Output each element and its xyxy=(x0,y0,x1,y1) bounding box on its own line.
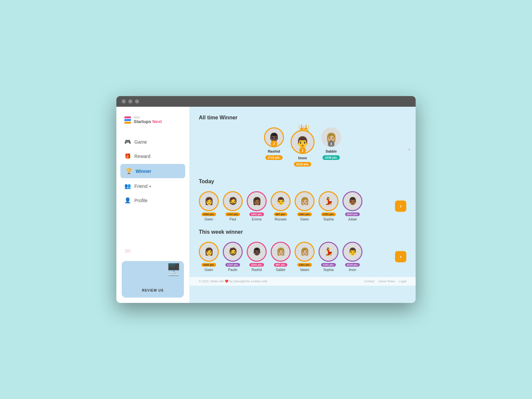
today-player-3: 👨 967 pts. Rezwan xyxy=(271,191,291,221)
podium-rank2: 👨🏿 2 Rashid 1719 pts. xyxy=(264,127,284,160)
footer-game-rules[interactable]: Game Rules xyxy=(378,280,395,283)
rank-badge-3: 3 xyxy=(328,141,334,147)
week-avatar-sophia: 💃 xyxy=(319,242,338,262)
week-winner-title: This week winner xyxy=(199,229,406,235)
review-illustration: 🖥️ xyxy=(166,262,181,276)
podium-name-sabbir: Sabbir xyxy=(326,149,337,153)
week-name-rashid: Rashid xyxy=(251,268,262,272)
browser-dot-green xyxy=(135,99,139,103)
browser-dot-yellow xyxy=(128,99,132,103)
footer-legal[interactable]: Legal xyxy=(399,280,406,283)
today-name-emma: Emma xyxy=(252,217,262,221)
review-card-label: REVIEW US xyxy=(142,289,164,292)
week-name-gwen: Gwen xyxy=(204,268,213,272)
friend-icon: 👥 xyxy=(124,183,130,189)
footer-contact[interactable]: Contact xyxy=(364,280,374,283)
main-content: All time Winner 👑 👨🏿 2 Rashid 1719 pts. xyxy=(190,107,416,303)
sidebar-item-winner-label: Winner xyxy=(136,169,151,174)
deco-arrows-icon: ››› xyxy=(124,245,130,255)
week-pts-rashid: 1241 pts. xyxy=(249,263,264,267)
logo-brand: Startups Next xyxy=(134,119,162,124)
sidebar-nav: 🎮 Game 🎁 Reward 🏆 Winner 👥 Friend + xyxy=(116,132,189,242)
week-player-0: 👩 1932 pts. Gwen xyxy=(199,242,219,272)
today-avatar-sophia: 💃 xyxy=(319,191,338,211)
week-avatar-paulin: 🧔 xyxy=(223,242,243,262)
rank-badge-1: 1 xyxy=(299,147,306,154)
today-name-jubair: Jubair xyxy=(348,217,357,221)
today-pts-sophia: 1151 pts. xyxy=(321,212,336,216)
sidebar-item-winner[interactable]: 🏆 Winner xyxy=(120,164,185,178)
week-player-4: 👩🏼 1261 pts. Vatani xyxy=(295,242,315,272)
podium-name-imon: Imon xyxy=(298,156,307,160)
today-name-gwen: Gwen xyxy=(204,217,213,221)
week-player-6: 👨 2219 pts. Imon xyxy=(342,242,362,272)
today-avatar-jubair: 👨🏾 xyxy=(342,191,362,211)
today-player-2: 👩🏾 1241 pts. Emma xyxy=(247,191,267,221)
reward-icon: 🎁 xyxy=(124,153,130,159)
podium-points-rashid: 1719 pts. xyxy=(265,155,283,160)
week-player-2: 👨🏿 1241 pts. Rashid xyxy=(247,242,267,272)
week-avatar-gwen: 👩 xyxy=(199,242,219,262)
today-name-rezwan: Rezwan xyxy=(275,217,287,221)
logo: NSU Startups Next xyxy=(116,107,189,132)
today-avatar-paul: 🧔 xyxy=(223,191,243,211)
footer: © 2020. Made with ❤️ by Dainsight for a … xyxy=(190,277,416,286)
browser-dot-red xyxy=(122,99,126,103)
review-card[interactable]: 🖥️ REVIEW US xyxy=(122,261,184,298)
today-avatar-rezwan: 👨 xyxy=(271,191,291,211)
week-player-5: 💃 1151 pts. Sophia xyxy=(319,242,338,272)
today-title: Today xyxy=(199,179,406,185)
today-player-6: 👨🏾 2219 pts. Jubair xyxy=(342,191,362,221)
week-pts-imon: 2219 pts. xyxy=(345,263,360,267)
today-next-button[interactable]: › xyxy=(395,200,406,212)
footer-links: Contact Game Rules Legal xyxy=(364,280,406,283)
podium-next-arrows[interactable]: ››› xyxy=(408,146,409,153)
sidebar-item-profile-label: Profile xyxy=(134,198,148,203)
browser-toolbar xyxy=(116,96,416,107)
podium-name-rashid: Rashid xyxy=(268,149,280,153)
podium-rank1: 👨 1 Imon 2219 pts. xyxy=(291,130,315,167)
week-avatar-imon: 👨 xyxy=(342,242,362,262)
today-player-0: 👩 1932 pts. Gwen xyxy=(199,191,219,221)
week-next-button[interactable]: › xyxy=(395,251,406,262)
sidebar-bottom: 🖥️ REVIEW US xyxy=(116,256,189,303)
sidebar-item-friend[interactable]: 👥 Friend + xyxy=(116,179,189,193)
week-avatars-row: 👩 1932 pts. Gwen 🧔 1147 pts. Paulin xyxy=(199,242,362,272)
sidebar-item-friend-label: Friend + xyxy=(134,184,152,189)
winner-icon: 🏆 xyxy=(126,168,132,174)
week-name-paulin: Paulin xyxy=(228,268,237,272)
logo-next: Next xyxy=(152,119,162,124)
podium-rank3: 👩🏼 3 Sabbir 1539 pts. xyxy=(321,127,341,160)
game-icon: 🎮 xyxy=(124,139,130,145)
today-name-sophia: Sophia xyxy=(323,217,333,221)
today-pts-rezwan: 967 pts. xyxy=(274,212,287,216)
week-avatar-vatani: 👩🏼 xyxy=(295,242,315,262)
today-pts-gwen: 1932 pts. xyxy=(201,212,216,216)
footer-copyright: © 2020. Made with ❤️ by Dainsight for a … xyxy=(199,280,268,283)
all-time-winner-section: All time Winner 👑 👨🏿 2 Rashid 1719 pts. xyxy=(190,107,416,176)
week-player-3: 👩🏼 967 pts. Sabbir xyxy=(271,242,291,272)
today-name-gwen2: Gwen xyxy=(300,217,309,221)
sidebar-item-game-label: Game xyxy=(134,139,147,145)
week-pts-paulin: 1147 pts. xyxy=(225,263,240,267)
podium-points-sabbir: 1539 pts. xyxy=(323,155,340,160)
logo-bar-pink xyxy=(124,116,131,118)
sidebar-item-reward[interactable]: 🎁 Reward xyxy=(116,149,189,163)
today-pts-jubair: 2219 pts. xyxy=(345,212,360,216)
week-avatar-sabbir: 👩🏼 xyxy=(271,242,291,262)
sidebar-item-profile[interactable]: 👤 Profile xyxy=(116,193,189,207)
today-pts-gwen2: 1261 pts. xyxy=(297,212,312,216)
week-pts-sophia: 1151 pts. xyxy=(321,263,336,267)
podium-points-imon: 2219 pts. xyxy=(294,162,312,167)
week-name-imon: Imon xyxy=(349,268,356,272)
avatar-sabbir: 👩🏼 3 xyxy=(321,127,341,147)
sidebar-decoration: ››› xyxy=(116,242,189,256)
sidebar: NSU Startups Next 🎮 Game 🎁 Reward xyxy=(116,107,190,303)
avatar-imon: 👨 1 xyxy=(291,130,315,154)
logo-bar-yellow xyxy=(124,122,131,124)
sidebar-item-game[interactable]: 🎮 Game xyxy=(116,135,189,149)
app-content: NSU Startups Next 🎮 Game 🎁 Reward xyxy=(116,107,416,303)
all-time-winner-title: All time Winner xyxy=(199,115,406,121)
today-avatar-gwen2: 👩🏼 xyxy=(295,191,315,211)
today-name-paul: Paul xyxy=(229,217,236,221)
